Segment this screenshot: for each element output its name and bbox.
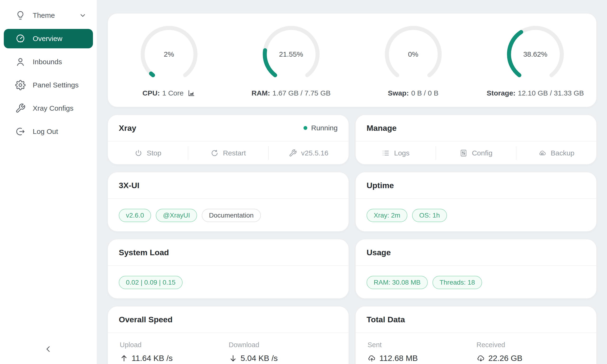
xray-card: Xray Running Stop <box>107 115 349 165</box>
xray-status: Running <box>304 124 338 132</box>
list-icon <box>382 149 390 157</box>
usage-card-title: Usage <box>367 248 391 257</box>
sidebar-item-inbounds[interactable]: Inbounds <box>4 52 93 72</box>
uptime-tags: Xray: 2m OS: 1h <box>356 199 596 232</box>
uptime-card-title: Uptime <box>367 181 394 190</box>
manage-card-header: Manage <box>356 115 596 142</box>
usage-card-header: Usage <box>356 239 596 266</box>
received-stat: Received 22.26 GB <box>476 341 586 363</box>
uptime-card: Uptime Xray: 2m OS: 1h <box>355 172 597 232</box>
sent-label: Sent <box>368 341 476 349</box>
stop-button[interactable]: Stop <box>108 142 188 165</box>
cpu-gauge-ring: 2% <box>140 26 198 83</box>
sidebar-item-label: Inbounds <box>33 58 62 66</box>
bulb-icon <box>15 10 26 21</box>
sidebar-nav: Theme Overview Inbounds <box>0 0 97 141</box>
cpu-gauge: 2% CPU: 1 Core <box>108 13 230 107</box>
sidebar-item-theme[interactable]: Theme <box>4 6 93 25</box>
overall-speed-card-title: Overall Speed <box>119 315 173 324</box>
sidebar-item-label: Xray Configs <box>33 104 74 112</box>
download-label: Download <box>229 341 338 349</box>
cpu-label: CPU: 1 Core <box>143 89 195 97</box>
sidebar-item-label: Panel Settings <box>33 81 79 89</box>
speed-stats: Upload 11.64 KB /s Download 5.04 <box>108 333 349 364</box>
sidebar-item-log-out[interactable]: Log Out <box>4 122 93 141</box>
backup-button[interactable]: Backup <box>516 142 596 165</box>
usage-card: Usage RAM: 30.08 MB Threads: 18 <box>355 239 597 299</box>
xui-tags: v2.6.0 @XrayUI Documentation <box>108 199 349 232</box>
logs-button[interactable]: Logs <box>356 142 435 165</box>
sidebar-item-label: Log Out <box>33 128 58 136</box>
download-stat: Download 5.04 KB /s <box>229 341 338 363</box>
running-status-dot <box>304 126 307 130</box>
documentation-tag[interactable]: Documentation <box>202 209 261 222</box>
cloud-server-icon <box>538 149 546 157</box>
received-label: Received <box>476 341 586 349</box>
user-icon <box>15 57 26 67</box>
sidebar-item-overview[interactable]: Overview <box>4 29 93 48</box>
total-data-card-header: Total Data <box>356 306 596 333</box>
system-gauges-card: 2% CPU: 1 Core 21.55% <box>107 13 597 107</box>
received-value: 22.26 GB <box>476 353 586 363</box>
channel-tag[interactable]: @XrayUI <box>156 209 197 222</box>
download-value: 5.04 KB /s <box>229 353 338 363</box>
ram-gauge: 21.55% RAM: 1.67 GB / 7.75 GB <box>230 13 352 107</box>
usage-tags: RAM: 30.08 MB Threads: 18 <box>356 266 596 299</box>
xray-actions: Stop Restart <box>108 142 349 165</box>
main-content: 2% CPU: 1 Core 21.55% <box>97 0 607 364</box>
storage-percent: 38.62% <box>507 26 564 83</box>
gear-icon <box>15 80 26 90</box>
total-data-card: Total Data Sent 112.68 MB <box>355 306 597 364</box>
manage-actions: Logs Config <box>356 142 596 165</box>
total-data-stats: Sent 112.68 MB Received <box>356 333 596 364</box>
system-load-card: System Load 0.02 | 0.09 | 0.15 <box>107 239 349 299</box>
storage-gauge: 38.62% Storage: 12.10 GB / 31.33 GB <box>474 13 596 107</box>
load-average-tag: 0.02 | 0.09 | 0.15 <box>119 276 183 289</box>
sidebar-item-label: Overview <box>33 35 62 43</box>
xray-card-header: Xray Running <box>108 115 349 142</box>
arrow-up-icon <box>120 354 128 363</box>
ram-gauge-ring: 21.55% <box>263 26 320 83</box>
xray-uptime-tag: Xray: 2m <box>367 209 407 222</box>
storage-label: Storage: 12.10 GB / 31.33 GB <box>487 89 584 97</box>
arrow-down-icon <box>229 354 237 363</box>
sidebar-item-label: Theme <box>33 11 55 19</box>
ram-percent: 21.55% <box>263 26 320 83</box>
ram-usage-tag: RAM: 30.08 MB <box>367 276 428 289</box>
xui-card-title: 3X-UI <box>119 181 139 190</box>
chevron-left-icon <box>44 345 53 353</box>
overall-speed-card-header: Overall Speed <box>108 306 349 333</box>
reload-icon <box>211 149 219 157</box>
sidebar-collapse-button[interactable] <box>0 338 97 360</box>
threads-tag: Threads: 18 <box>433 276 482 289</box>
swap-percent: 0% <box>385 26 442 83</box>
config-button[interactable]: Config <box>436 142 516 165</box>
logout-icon <box>15 126 26 137</box>
xray-version-button[interactable]: v25.5.16 <box>269 142 349 165</box>
restart-button[interactable]: Restart <box>188 142 268 165</box>
xui-card: 3X-UI v2.6.0 @XrayUI Documentation <box>107 172 349 232</box>
system-load-tags: 0.02 | 0.09 | 0.15 <box>108 266 349 299</box>
manage-card: Manage Logs <box>355 115 597 165</box>
manage-card-title: Manage <box>367 123 397 133</box>
sent-stat: Sent 112.68 MB <box>368 341 476 363</box>
xray-card-title: Xray <box>119 123 136 133</box>
swap-gauge-ring: 0% <box>385 26 442 83</box>
sidebar: Theme Overview Inbounds <box>0 0 97 364</box>
cpu-percent: 2% <box>140 26 198 83</box>
sidebar-item-panel-settings[interactable]: Panel Settings <box>4 75 93 95</box>
xui-card-header: 3X-UI <box>108 172 349 199</box>
power-icon <box>134 149 143 157</box>
system-load-card-title: System Load <box>119 248 169 257</box>
system-load-card-header: System Load <box>108 239 349 266</box>
storage-gauge-ring: 38.62% <box>507 26 564 83</box>
sliders-icon <box>460 149 468 157</box>
uptime-card-header: Uptime <box>356 172 596 199</box>
upload-value: 11.64 KB /s <box>120 353 229 363</box>
sidebar-item-xray-configs[interactable]: Xray Configs <box>4 99 93 118</box>
chevron-down-icon <box>79 11 87 19</box>
version-tag[interactable]: v2.6.0 <box>119 209 151 222</box>
upload-stat: Upload 11.64 KB /s <box>120 341 229 363</box>
area-chart-icon[interactable] <box>187 89 195 97</box>
running-status-label: Running <box>311 124 338 132</box>
